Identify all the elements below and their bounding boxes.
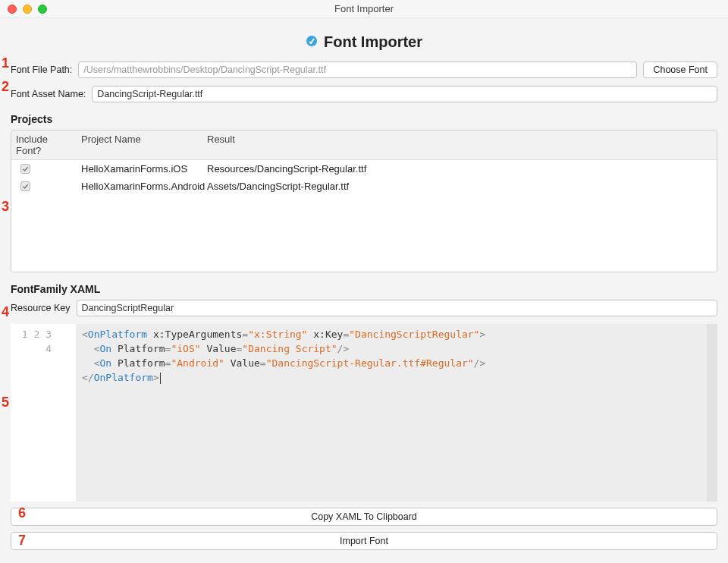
callout-7: 7 (18, 533, 26, 549)
font-importer-window: Font Importer Font Importer Font File Pa… (0, 0, 728, 563)
resource-key-input[interactable] (77, 300, 717, 316)
result-cell: Resources/DancingScript-Regular.ttf (202, 160, 717, 178)
projects-table: Include Font? Project Name Result HelloX… (11, 130, 717, 272)
result-cell: Assets/DancingScript-Regular.ttf (202, 178, 717, 195)
projects-table-header: Include Font? Project Name Result (11, 131, 717, 160)
column-include: Include Font? (11, 131, 77, 159)
mfractor-icon (306, 33, 318, 51)
choose-font-button[interactable]: Choose Font (643, 61, 717, 78)
font-file-path-input[interactable] (78, 61, 637, 78)
font-file-path-row: Font File Path: Choose Font (11, 61, 717, 78)
column-project: Project Name (77, 131, 202, 159)
copy-xaml-button[interactable]: Copy XAML To Clipboard (11, 508, 717, 526)
table-row: HelloXamarinForms.iOSResources/DancingSc… (11, 160, 717, 178)
xaml-section-title: FontFamily XAML (11, 283, 717, 295)
include-checkbox[interactable] (20, 164, 30, 174)
project-name-cell: HelloXamarinForms.Android (77, 178, 202, 195)
page-title: Font Importer (11, 33, 717, 51)
font-asset-name-row: Font Asset Name: (11, 86, 717, 102)
xaml-editor[interactable]: 1 2 3 4 <OnPlatform x:TypeArguments="x:S… (11, 324, 717, 502)
callout-6: 6 (18, 505, 26, 521)
include-checkbox[interactable] (20, 181, 30, 191)
titlebar: Font Importer (0, 0, 728, 18)
font-asset-name-label: Font Asset Name: (11, 89, 86, 99)
font-file-path-label: Font File Path: (11, 64, 72, 75)
resource-key-row: Resource Key (11, 300, 717, 316)
resource-key-label: Resource Key (11, 303, 71, 313)
font-asset-name-input[interactable] (92, 86, 717, 102)
callout-5: 5 (2, 395, 9, 410)
callout-2: 2 (2, 79, 9, 95)
callout-1: 1 (2, 55, 9, 71)
include-cell (11, 178, 77, 195)
projects-section-title: Projects (11, 113, 717, 125)
xaml-code[interactable]: <OnPlatform x:TypeArguments="x:String" x… (76, 324, 717, 502)
include-cell (11, 160, 77, 178)
column-result: Result (202, 131, 717, 159)
import-font-button[interactable]: Import Font (11, 532, 717, 550)
window-title: Font Importer (0, 3, 728, 14)
code-minimap (707, 324, 717, 502)
table-row: HelloXamarinForms.AndroidAssets/DancingS… (11, 178, 717, 195)
callout-3: 3 (2, 199, 9, 215)
project-name-cell: HelloXamarinForms.iOS (77, 160, 202, 178)
callout-4: 4 (2, 304, 9, 320)
line-number-gutter: 1 2 3 4 (11, 324, 76, 502)
